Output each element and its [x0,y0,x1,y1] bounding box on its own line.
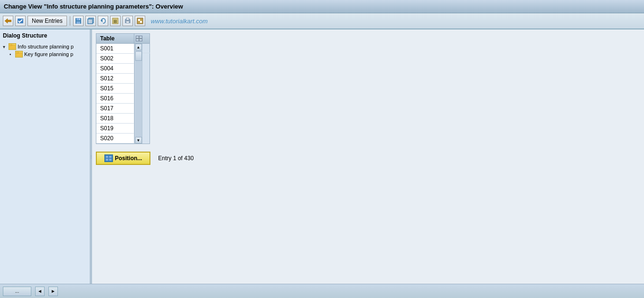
svg-marker-0 [5,19,11,23]
sidebar-tree: ▾ Info structure planning p • [2,43,88,58]
svg-rect-29 [106,159,108,161]
table-row[interactable]: S016 [96,94,134,104]
table-row[interactable]: S018 [96,114,134,124]
table-row[interactable]: S001 [96,44,134,54]
tree-arrow-expand: ▾ [3,44,9,49]
nav-prev-btn[interactable]: ◄ [35,287,45,296]
toolbar-watermark: www.tutorialkart.com [151,18,208,25]
toolbar-save-btn[interactable] [73,16,84,26]
table-cell-value: S018 [96,114,134,123]
table-cell-value: S017 [96,104,134,113]
svg-rect-22 [136,36,139,38]
nav-next-btn[interactable]: ► [48,287,58,296]
status-dots-btn[interactable]: ... [3,287,31,296]
table-cell-value: S001 [96,44,134,53]
svg-rect-20 [16,52,19,53]
scroll-up-btn[interactable]: ▲ [135,44,142,50]
scroll-down-btn[interactable]: ▼ [135,137,142,144]
main-layout: Dialog Structure ▾ Info structure planni… [0,29,644,284]
toolbar-icon-2[interactable] [15,16,26,26]
table-rows: S001S002S004S012S015S016S017S018S019S020 [96,44,134,144]
svg-rect-28 [109,156,112,158]
sidebar-item-label-info: Info structure planning p [18,44,74,49]
svg-rect-15 [138,19,140,21]
folder-icon-2 [15,51,23,58]
toolbar-nav-btn[interactable]: ⊞ [110,16,121,26]
title-bar: Change View "Info structure planning par… [0,0,644,13]
sidebar-title: Dialog Structure [2,31,88,40]
sidebar-item-label-key: Key figure planning p [24,51,73,57]
table-row[interactable]: S004 [96,64,134,74]
svg-rect-12 [126,18,129,20]
svg-rect-24 [136,39,139,41]
table-cell-value: S016 [96,94,134,103]
table-header: Table [96,34,149,44]
svg-rect-30 [109,159,112,161]
window-title: Change View "Info structure planning par… [4,3,183,10]
table-cell-value: S015 [96,84,134,93]
toolbar-icon-1[interactable] [3,16,13,26]
check-column [142,44,149,144]
table-row[interactable]: S015 [96,84,134,94]
entry-info: Entry 1 of 430 [158,155,194,162]
position-button[interactable]: Position... [96,152,150,165]
toolbar-config-btn[interactable] [135,16,145,26]
position-icon [104,154,113,162]
table-row[interactable]: S012 [96,74,134,84]
check-header-cell [142,44,150,53]
toolbar-copy-btn[interactable] [85,16,96,26]
svg-rect-23 [140,36,142,38]
table-cell-value: S020 [96,134,134,143]
table-column-header: Table [96,34,134,43]
new-entries-button[interactable]: New Entries [28,16,67,26]
table-scroll-area: S001S002S004S012S015S016S017S018S019S020… [96,44,149,144]
table-cell-value: S002 [96,54,134,63]
sidebar-item-info-structure[interactable]: ▾ Info structure planning p [2,43,88,50]
svg-text:⊞: ⊞ [113,19,117,24]
svg-rect-25 [140,39,142,41]
table-row[interactable]: S020 [96,134,134,144]
svg-rect-18 [9,44,12,46]
table-cell-value: S004 [96,64,134,73]
folder-icon [9,43,16,50]
table-row[interactable]: S002 [96,54,134,64]
svg-rect-7 [88,19,93,24]
position-area: Position... Entry 1 of 430 [96,152,640,165]
svg-rect-4 [76,21,80,24]
toolbar-print-btn[interactable] [122,16,133,26]
position-button-label: Position... [115,155,142,162]
scroll-thumb[interactable] [135,51,142,61]
scroll-track[interactable] [135,50,142,137]
toolbar-separator-1 [70,16,70,26]
svg-rect-5 [79,19,80,20]
toolbar-undo-btn[interactable] [98,16,108,26]
table-cell-value: S019 [96,124,134,133]
table-row[interactable]: S019 [96,124,134,134]
table-row[interactable]: S017 [96,104,134,114]
table-config-icon[interactable] [134,34,144,43]
sidebar-item-key-figure[interactable]: • Key figure planning p [2,50,88,58]
tree-bullet: • [9,52,15,57]
scrollbar-vertical[interactable]: ▲ ▼ [134,44,142,144]
toolbar: New Entries ⊞ [0,13,644,29]
sidebar: Dialog Structure ▾ Info structure planni… [0,29,90,284]
status-bar: ... ◄ ► [0,284,644,298]
svg-rect-27 [106,156,108,158]
svg-rect-13 [126,21,129,23]
svg-rect-16 [140,21,142,23]
table-cell-value: S012 [96,74,134,83]
main-table: Table S001S002S004S012S015S016S017S018S0… [96,33,150,144]
content-area: Table S001S002S004S012S015S016S017S018S0… [92,29,644,284]
